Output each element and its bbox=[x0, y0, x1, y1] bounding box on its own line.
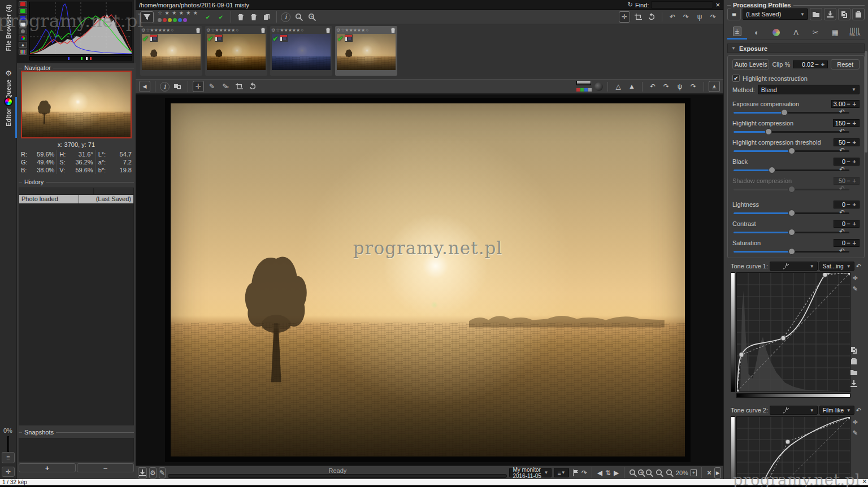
tab-editor[interactable]: Editor bbox=[0, 97, 17, 138]
curve-2-pencil-icon[interactable]: ✎ bbox=[853, 429, 858, 437]
histogram-chroma-toggle[interactable] bbox=[19, 28, 27, 34]
save-image-button[interactable] bbox=[138, 467, 147, 479]
star-filter-row[interactable]: ☆ ★ ★ ★ ★ ★ bbox=[158, 11, 198, 16]
zoom-out-button[interactable]: − bbox=[629, 467, 635, 479]
slider-reset-icon[interactable]: ↶ bbox=[839, 108, 845, 116]
highlight-compression-threshold-slider[interactable]: ↶ bbox=[734, 147, 849, 155]
syncronize-button[interactable]: ⇅ bbox=[605, 467, 611, 479]
slider-value[interactable]: 0−+ bbox=[834, 201, 860, 208]
tone-curve-2-mode-dropdown[interactable]: Film-like▼ bbox=[819, 406, 854, 415]
paste-profile-button[interactable] bbox=[852, 8, 865, 20]
tone-curve-1-mode-dropdown[interactable]: Sat...ing▼ bbox=[819, 262, 854, 271]
rendering-intent-dropdown[interactable]: ≡▼ bbox=[554, 468, 568, 477]
tab-advanced[interactable]: Λ bbox=[786, 25, 806, 40]
image-info-button[interactable]: i bbox=[160, 82, 170, 92]
profile-dropdown[interactable]: (Last Saved)▼ bbox=[743, 8, 808, 20]
highlight-clipping-button[interactable]: ▲ bbox=[626, 81, 637, 92]
collapse-left-panel-button[interactable]: ◀ bbox=[139, 81, 150, 92]
collapse-right-panel-button[interactable]: ▶ bbox=[714, 467, 721, 479]
slider-reset-icon[interactable]: ↶ bbox=[839, 166, 845, 174]
zoom-in-button[interactable]: + bbox=[637, 467, 643, 479]
histogram-red-toggle[interactable] bbox=[19, 1, 27, 7]
tab-file-browser[interactable]: File Browser (4) bbox=[0, 5, 17, 67]
right-panel-scrollbar[interactable] bbox=[865, 51, 867, 153]
highlight-reconstruction-checkbox[interactable]: ✔ bbox=[732, 75, 740, 82]
filter-button[interactable] bbox=[140, 11, 154, 23]
slider-reset-icon[interactable]: ↶ bbox=[839, 128, 845, 136]
thumbnail-4-selected[interactable]: ⚙☆★★★★★○ ✔ bbox=[335, 26, 397, 76]
saturation-slider[interactable]: ↶ bbox=[734, 247, 849, 255]
photo[interactable]: programy.net.pl bbox=[171, 103, 685, 456]
highlight-compression-slider[interactable]: ↶ bbox=[734, 128, 849, 136]
tone-curve-1-reset-icon[interactable]: ↶ bbox=[856, 263, 861, 270]
tone-curve-1-type-dropdown[interactable]: ▼ bbox=[770, 262, 818, 271]
histogram-raw-toggle[interactable] bbox=[19, 35, 27, 41]
redo-button[interactable]: ↷ bbox=[661, 81, 672, 92]
find-input[interactable] bbox=[651, 1, 713, 8]
curve-1-pencil-icon[interactable]: ✎ bbox=[853, 285, 858, 293]
slider-value[interactable]: 0−+ bbox=[834, 239, 860, 247]
apply-profile-button[interactable]: ψ bbox=[674, 81, 685, 92]
gamut-check-button[interactable]: ↷ bbox=[581, 467, 588, 479]
thumbnail-2[interactable]: ⚙☆★★★★★○ ✔ bbox=[205, 26, 267, 76]
fs-crop-tool[interactable] bbox=[632, 11, 644, 23]
trash-button[interactable] bbox=[235, 11, 246, 23]
hand-tool-button[interactable]: ✛ bbox=[193, 81, 204, 92]
auto-levels-button[interactable]: Auto Levels bbox=[732, 59, 769, 69]
tab-raw[interactable]: ▦ bbox=[826, 25, 845, 40]
before-after-button[interactable] bbox=[172, 81, 183, 92]
pan-navigation-button[interactable]: ✛ bbox=[2, 467, 15, 477]
fullscreen-button[interactable]: × bbox=[706, 467, 713, 479]
curve-2-edit-point-icon[interactable]: ✛ bbox=[853, 419, 858, 426]
refresh-icon[interactable]: ↻ bbox=[628, 1, 633, 8]
remove-snapshot-button[interactable]: − bbox=[77, 463, 134, 472]
tab-metadata[interactable]: |||||META bbox=[845, 25, 865, 40]
thumb-zoom-in-button[interactable]: + bbox=[305, 11, 316, 23]
straighten-tool-button[interactable] bbox=[247, 81, 258, 92]
histogram-indicator-toggle[interactable]: ▲ bbox=[19, 42, 27, 48]
trash-remove-button[interactable] bbox=[248, 11, 259, 23]
tab-exposure[interactable]: ± bbox=[727, 25, 747, 40]
tab-transform[interactable]: ✂ bbox=[806, 25, 826, 40]
clip-spinner[interactable]: 0.02−+ bbox=[793, 60, 828, 68]
queue-panel-button[interactable]: ≡ bbox=[2, 452, 15, 463]
reset-button[interactable]: Reset bbox=[831, 59, 860, 69]
slider-reset-icon[interactable]: ↶ bbox=[839, 228, 845, 236]
slider-reset-icon[interactable]: ↶ bbox=[839, 209, 845, 217]
slider-reset-icon[interactable]: ↶ bbox=[839, 147, 845, 155]
save-profile-button[interactable] bbox=[824, 8, 836, 20]
edited-filter-icon[interactable]: ✔ bbox=[202, 11, 214, 23]
fs-apply-profile-button[interactable]: ψ bbox=[694, 11, 705, 23]
histogram-bar-toggle[interactable] bbox=[19, 49, 27, 55]
profile-fill-mode-button[interactable]: ≡ bbox=[727, 8, 741, 20]
paste-profile-button[interactable]: ↷ bbox=[688, 81, 699, 92]
editor-canvas[interactable]: programy.net.pl bbox=[136, 94, 723, 466]
history-list[interactable] bbox=[19, 204, 134, 425]
fs-undo-button[interactable]: ↶ bbox=[667, 11, 678, 23]
contrast-slider[interactable]: ↶ bbox=[734, 228, 849, 236]
thumbnail-1[interactable]: ⚙☆★★★★★○ ✔ bbox=[140, 26, 202, 76]
slider-reset-icon[interactable]: ↶ bbox=[839, 247, 845, 255]
add-snapshot-button[interactable]: + bbox=[19, 463, 76, 472]
edit-external-button[interactable]: ✎ bbox=[159, 467, 166, 479]
undo-button[interactable]: ↶ bbox=[647, 81, 658, 92]
shadow-clipping-button[interactable]: △ bbox=[613, 81, 624, 92]
curve-1-edit-point-icon[interactable]: ✛ bbox=[853, 275, 858, 282]
thumbnail-3[interactable]: ⚙☆★★★★★○ ✔ bbox=[270, 26, 332, 76]
tone-curve-2-type-dropdown[interactable]: ▼ bbox=[770, 406, 818, 415]
monitor-profile-dropdown[interactable]: My monitor 2016-11-05▼ bbox=[509, 468, 552, 477]
slider-value[interactable]: 3.00−+ bbox=[831, 100, 860, 108]
tone-curve-2-editor[interactable]: ✛ ✎ bbox=[731, 416, 861, 487]
fs-pan-tool[interactable]: ✛ bbox=[619, 11, 630, 23]
method-dropdown[interactable]: Blend▼ bbox=[758, 85, 860, 94]
exposure-section-header[interactable]: ▼ Exposure bbox=[727, 44, 865, 53]
tone-curve-2-reset-icon[interactable]: ↶ bbox=[856, 407, 861, 414]
histogram-luma-toggle[interactable] bbox=[19, 21, 27, 28]
histogram-blue-toggle[interactable] bbox=[19, 15, 27, 21]
navigator-preview[interactable] bbox=[21, 71, 132, 138]
white-balance-picker-button[interactable]: ✎ bbox=[206, 81, 218, 92]
snapshots-list[interactable] bbox=[19, 438, 134, 462]
curve-1-plot[interactable] bbox=[736, 272, 850, 392]
tab-detail[interactable]: ◐ bbox=[747, 25, 767, 40]
fs-redo-button[interactable]: ↷ bbox=[680, 11, 692, 23]
